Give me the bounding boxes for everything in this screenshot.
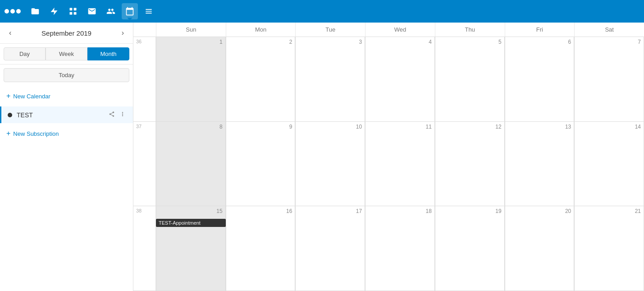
day-cell-sep5[interactable]: 5	[435, 37, 505, 121]
gallery-nav-icon[interactable]	[65, 3, 81, 19]
day-cell-sep4[interactable]: 4	[365, 37, 435, 121]
day-header-sat: Sat	[574, 23, 644, 37]
svg-rect-2	[74, 8, 77, 11]
day-number-19: 19	[495, 208, 501, 214]
day-number-15: 15	[216, 208, 222, 214]
day-cell-sep10[interactable]: 10	[295, 122, 365, 206]
current-month-label: September 2019	[41, 29, 91, 37]
week-num-37: 37	[133, 122, 156, 206]
day-cell-sep17[interactable]: 17	[295, 206, 365, 291]
day-number-17: 17	[356, 208, 362, 214]
plus-icon-subscription: +	[6, 129, 10, 138]
mail-nav-icon[interactable]	[84, 3, 100, 19]
calendar-name: TEST	[17, 111, 108, 119]
new-calendar-label: New Calendar	[13, 93, 50, 100]
new-subscription-button[interactable]: + New Subscription	[0, 128, 133, 139]
day-cell-sep16[interactable]: 16	[226, 206, 296, 291]
svg-rect-3	[70, 12, 73, 15]
day-number-16: 16	[286, 208, 292, 214]
day-cell-sep11[interactable]: 11	[365, 122, 435, 206]
day-cell-sep1[interactable]: 1	[156, 37, 226, 121]
main-layout: ‹ September 2019 › Day Week Month Today …	[0, 23, 644, 291]
week-view-button[interactable]: Week	[46, 47, 87, 60]
next-month-button[interactable]: ›	[119, 28, 127, 38]
day-number-3: 3	[359, 39, 362, 45]
sidebar: ‹ September 2019 › Day Week Month Today …	[0, 23, 133, 291]
today-button[interactable]: Today	[4, 68, 129, 82]
top-navigation	[0, 0, 644, 23]
view-toggle: Day Week Month	[0, 44, 133, 65]
calendar-actions	[108, 110, 127, 120]
day-cell-sep20[interactable]: 20	[505, 206, 575, 291]
week-row-37: 37 8 9 10 11 12 13	[133, 122, 644, 207]
calendar-item-test: TEST	[0, 106, 133, 123]
prev-month-button[interactable]: ‹	[6, 28, 14, 38]
activity-nav-icon[interactable]	[46, 3, 62, 19]
day-cell-sep21[interactable]: 21	[574, 206, 644, 291]
share-calendar-button[interactable]	[108, 110, 116, 120]
day-cell-sep8[interactable]: 8	[156, 122, 226, 206]
calendar-nav-icon[interactable]	[122, 3, 138, 19]
day-cell-sep3[interactable]: 3	[295, 37, 365, 121]
day-cell-sep14[interactable]: 14	[574, 122, 644, 206]
deck-nav-icon[interactable]	[141, 3, 157, 19]
day-header-thu: Thu	[435, 23, 505, 37]
week-row-38: 38 15 16 17 18 19 20	[133, 206, 644, 291]
day-cell-sep18[interactable]: 18	[365, 206, 435, 291]
svg-rect-1	[70, 8, 73, 11]
day-cell-sep9[interactable]: 9	[226, 122, 296, 206]
day-cell-sep12[interactable]: 12	[435, 122, 505, 206]
day-view-button[interactable]: Day	[4, 47, 46, 60]
month-navigation: ‹ September 2019 ›	[0, 23, 133, 44]
day-number-21: 21	[635, 208, 641, 214]
day-number-10: 10	[356, 124, 362, 130]
day-number-2: 2	[289, 39, 292, 45]
day-number-4: 4	[429, 39, 432, 45]
svg-rect-4	[74, 12, 77, 15]
day-header-tue: Tue	[295, 23, 365, 37]
calendar-color-dot	[8, 113, 12, 117]
day-number-5: 5	[498, 39, 502, 45]
calendar-main-area: Sun Mon Tue Wed Thu Fri Sat 36 1 2 3	[133, 23, 644, 291]
week-row-36: 36 1 2 3 4 5 6	[133, 37, 644, 122]
calendar-day-headers: Sun Mon Tue Wed Thu Fri Sat	[133, 23, 644, 37]
day-header-wed: Wed	[365, 23, 435, 37]
day-number-7: 7	[638, 39, 641, 45]
day-cell-sep2[interactable]: 2	[226, 37, 296, 121]
files-nav-icon[interactable]	[27, 3, 43, 19]
day-number-20: 20	[565, 208, 571, 214]
day-cell-sep7[interactable]: 7	[574, 37, 644, 121]
plus-icon: +	[6, 92, 10, 100]
svg-marker-0	[51, 8, 58, 15]
month-view-button[interactable]: Month	[87, 47, 129, 60]
new-subscription-label: New Subscription	[13, 130, 59, 137]
day-header-fri: Fri	[505, 23, 575, 37]
nextcloud-logo[interactable]	[5, 3, 21, 19]
week-num-header-spacer	[133, 23, 156, 37]
day-header-sun: Sun	[156, 23, 226, 37]
day-number-1: 1	[219, 39, 223, 45]
day-cell-sep13[interactable]: 13	[505, 122, 575, 206]
calendar-body: 36 1 2 3 4 5 6	[133, 37, 644, 291]
day-number-11: 11	[425, 124, 431, 130]
week-num-38: 38	[133, 206, 156, 291]
new-calendar-button[interactable]: + New Calendar	[6, 90, 50, 102]
day-number-12: 12	[495, 124, 501, 130]
more-calendar-options-button[interactable]	[119, 110, 127, 120]
new-calendar-section: + New Calendar	[0, 86, 133, 106]
day-number-18: 18	[425, 208, 431, 214]
test-appointment-event[interactable]: TEST-Appointment	[156, 219, 226, 227]
day-cell-sep6[interactable]: 6	[505, 37, 575, 121]
day-number-8: 8	[219, 124, 223, 130]
day-number-9: 9	[289, 124, 292, 130]
week-num-36: 36	[133, 37, 156, 121]
day-cell-sep19[interactable]: 19	[435, 206, 505, 291]
day-number-13: 13	[565, 124, 571, 130]
day-header-mon: Mon	[226, 23, 296, 37]
day-number-14: 14	[635, 124, 641, 130]
day-number-6: 6	[568, 39, 571, 45]
contacts-nav-icon[interactable]	[103, 3, 119, 19]
